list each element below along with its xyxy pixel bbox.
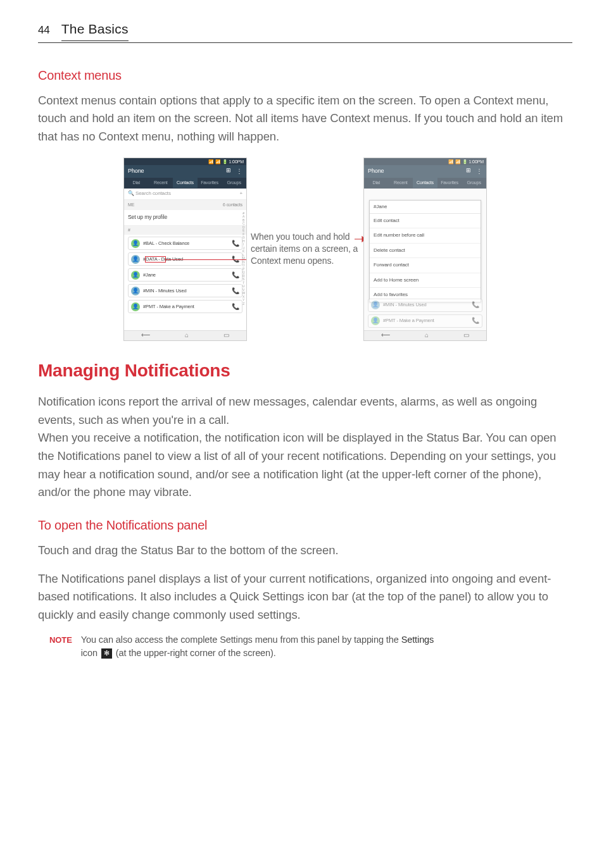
contact-name: #PMT - Make a Payment (383, 317, 472, 325)
notifications-para1: Notification icons report the arrival of… (38, 393, 572, 429)
status-bar: 📶 📶 🔋 1:00PM (364, 158, 486, 165)
app-header: Phone ⊞ ⋮ (124, 165, 246, 178)
avatar: 👤 (131, 287, 140, 295)
phone-icon[interactable]: 📞 (232, 302, 239, 312)
tab-recent[interactable]: Recent (389, 178, 413, 189)
list-item[interactable]: 👤#MIN - Minutes Used📞 (368, 299, 482, 312)
context-menu-item[interactable]: Edit number before call (370, 228, 481, 243)
phone-icon[interactable]: 📞 (232, 286, 239, 296)
avatar: 👤 (371, 316, 380, 325)
note-suffix: (at the upper-right corner of the screen… (113, 648, 276, 658)
note-label: NOTE (49, 633, 72, 660)
tab-dial[interactable]: Dial (364, 178, 389, 189)
open-panel-heading: To open the Notifications panel (38, 516, 572, 535)
phone-icon[interactable]: 📞 (472, 316, 479, 326)
phone-icon[interactable]: 📞 (232, 270, 239, 280)
avatar: 👤 (131, 271, 140, 280)
header-title: The Basics (61, 19, 129, 41)
home-icon[interactable]: ⌂ (185, 330, 189, 340)
status-time: 1:00PM (229, 159, 244, 164)
more-icon[interactable]: ⋮ (476, 166, 482, 177)
contact-name: #MIN - Minutes Used (383, 301, 472, 309)
context-menu-title: #Jane (370, 201, 481, 214)
context-menu-item[interactable]: Edit contact (370, 214, 481, 228)
contacts-count: 6 contacts (223, 202, 242, 209)
context-menu-item[interactable]: Forward contact (370, 258, 481, 273)
page-header: 44 The Basics (38, 19, 572, 43)
search-bar[interactable]: 🔍 Search contacts + (124, 189, 246, 200)
contact-name: #BAL - Check Balance (143, 240, 232, 247)
page-number: 44 (38, 22, 50, 39)
phone-icon[interactable]: 📞 (232, 239, 239, 249)
context-menu-item[interactable]: Delete contact (370, 244, 481, 258)
back-icon[interactable]: ⟵ (381, 330, 390, 340)
hash-row: # (124, 226, 246, 235)
context-menus-heading: Context menus (38, 66, 572, 85)
avatar: 👤 (131, 239, 140, 248)
me-label: ME (128, 202, 134, 209)
search-icon: 🔍 Search contacts (128, 190, 171, 197)
recent-apps-icon[interactable]: ▭ (463, 330, 469, 340)
home-icon[interactable]: ⌂ (425, 330, 429, 340)
avatar: 👤 (131, 255, 140, 264)
app-tabs: Dial Recent Contacts Favorites Groups (124, 178, 246, 189)
add-contact-icon[interactable]: ⊞ (466, 166, 471, 177)
tab-contacts[interactable]: Contacts (173, 178, 198, 189)
back-icon[interactable]: ⟵ (141, 330, 150, 340)
search-placeholder: Search contacts (135, 190, 171, 196)
gear-icon: ✻ (101, 648, 112, 659)
status-bar: 📶 📶 🔋 1:00PM (124, 158, 246, 165)
recent-apps-icon[interactable]: ▭ (223, 330, 229, 340)
nav-bar: ⟵ ⌂ ▭ (364, 330, 486, 340)
phone-screen-right: 📶 📶 🔋 1:00PM Phone ⊞ ⋮ Dial Recent Conta… (363, 158, 487, 341)
contact-name: #Jane (143, 271, 232, 279)
figure-row: 📶 📶 🔋 1:00PM Phone ⊞ ⋮ Dial Recent Conta… (38, 158, 572, 341)
note-text: You can also access the complete Setting… (81, 633, 434, 660)
contact-name: #DATA - Data Used (143, 256, 232, 263)
note-block: NOTE You can also access the complete Se… (38, 633, 572, 660)
app-title: Phone (368, 167, 384, 176)
more-icon[interactable]: ⋮ (236, 166, 242, 177)
profile-row[interactable]: Set up my profile (124, 210, 246, 225)
phone-screen-left: 📶 📶 🔋 1:00PM Phone ⊞ ⋮ Dial Recent Conta… (123, 158, 247, 341)
avatar: 👤 (371, 301, 380, 309)
me-row: ME 6 contacts (124, 200, 246, 211)
tab-dial[interactable]: Dial (124, 178, 149, 189)
contact-name: #MIN - Minutes Used (143, 287, 232, 295)
tab-favorites[interactable]: Favorites (198, 178, 222, 189)
open-panel-para1: Touch and drag the Status Bar to the bot… (38, 542, 572, 560)
header-icons: ⊞ ⋮ (466, 166, 482, 177)
alpha-index[interactable]: #ABCDEFGHIJKLMNOPQRSTUVWXYZ (242, 212, 245, 306)
open-panel-para2: The Notifications panel displays a list … (38, 570, 572, 624)
status-time: 1:00PM (469, 159, 484, 164)
tab-groups[interactable]: Groups (462, 178, 486, 189)
list-item[interactable]: 👤#DATA - Data Used📞 (128, 252, 242, 266)
avatar: 👤 (131, 302, 140, 311)
list-item[interactable]: 👤#BAL - Check Balance📞 (128, 237, 242, 250)
list-item[interactable]: 👤#PMT - Make a Payment📞 (368, 314, 482, 328)
contact-name: #PMT - Make a Payment (143, 303, 232, 311)
notifications-para2: When you receive a notification, the not… (38, 429, 572, 502)
note-mid: icon (81, 648, 100, 658)
phone-icon[interactable]: 📞 (232, 254, 239, 264)
settings-word: Settings (401, 635, 434, 645)
context-menu-item[interactable]: Add to Home screen (370, 273, 481, 288)
app-tabs: Dial Recent Contacts Favorites Groups (364, 178, 486, 189)
tab-contacts[interactable]: Contacts (413, 178, 437, 189)
contact-list: 👤#BAL - Check Balance📞 👤#DATA - Data Use… (124, 235, 246, 330)
tab-groups[interactable]: Groups (222, 178, 246, 189)
nav-bar: ⟵ ⌂ ▭ (124, 330, 246, 340)
list-item[interactable]: 👤#MIN - Minutes Used📞 (128, 284, 242, 297)
add-contact-icon[interactable]: ⊞ (226, 166, 231, 177)
app-title: Phone (128, 167, 144, 176)
phone-icon[interactable]: 📞 (472, 300, 479, 310)
add-icon[interactable]: + (239, 190, 242, 197)
list-item[interactable]: 👤#PMT - Make a Payment📞 (128, 300, 242, 313)
context-menu: #Jane Edit contact Edit number before ca… (369, 200, 481, 303)
tab-recent[interactable]: Recent (149, 178, 173, 189)
note-prefix: You can also access the complete Setting… (81, 635, 401, 645)
app-header: Phone ⊞ ⋮ (364, 165, 486, 178)
list-item[interactable]: 👤#Jane📞 (128, 268, 242, 282)
managing-notifications-heading: Managing Notifications (38, 357, 572, 384)
tab-favorites[interactable]: Favorites (437, 178, 462, 189)
